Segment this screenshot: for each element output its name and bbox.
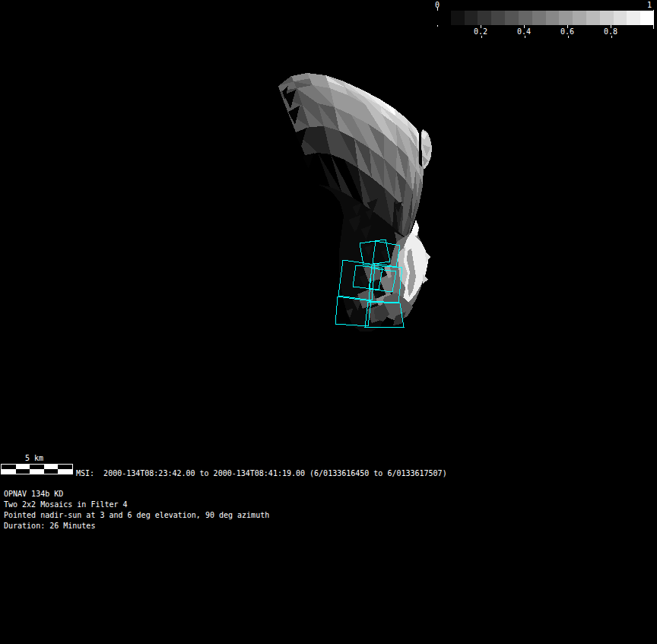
info-line-pointing: Pointed nadir-sun at 3 and 6 deg elevati… [4, 511, 269, 519]
scalebar-cell [2, 469, 16, 474]
colorbar-tick-label: 0.4 [517, 27, 531, 36]
scalebar-checkerboard [1, 464, 73, 474]
asteroid-shape-model [278, 73, 432, 332]
colorbar-cell [614, 11, 627, 25]
scalebar-cell [16, 469, 30, 474]
colorbar-cell [600, 11, 614, 25]
colorbar-cell [573, 11, 586, 25]
colorbar-cell [465, 11, 478, 25]
colorbar-tick-label: 0.2 [474, 27, 487, 36]
colorbar-cell [519, 11, 532, 25]
colorbar-max-label: 1 [647, 1, 652, 9]
colorbar-cell [451, 11, 465, 25]
colorbar-cell [491, 11, 505, 25]
info-line-duration: Duration: 26 Minutes [4, 522, 95, 530]
scalebar-cell [30, 469, 44, 474]
asteroid-render [0, 0, 657, 644]
facet [423, 274, 428, 284]
scalebar-label: 5 km [25, 454, 43, 462]
colorbar-cell [586, 11, 600, 25]
colorbar-subtick [568, 36, 569, 38]
colorbar-subtick [611, 36, 612, 38]
colorbar-cell [478, 11, 491, 25]
colorbar-subtick [481, 36, 482, 38]
colorbar-cell [546, 11, 560, 25]
colorbar-tick-label: 0.6 [560, 27, 574, 36]
colorbar-subtick [525, 36, 525, 38]
colorbar-tick-label: 0.8 [604, 27, 617, 36]
status-line: MSI: 2000-134T08:23:42.00 to 2000-134T08… [76, 469, 447, 478]
colorbar-cell [640, 11, 654, 25]
viewport: 0 1 0.20.40.60.8 5 km MSI: 2000-134T08:2… [0, 0, 657, 644]
scalebar-cell [58, 469, 72, 474]
colorbar-cell [627, 11, 640, 25]
colorbar-gradient [437, 11, 654, 25]
info-line-mosaics: Two 2x2 Mosaics in Filter 4 [4, 500, 128, 509]
colorbar-cell [437, 11, 451, 25]
colorbar-cell [532, 11, 546, 25]
colorbar-cell [505, 11, 519, 25]
scalebar-cell [44, 469, 59, 474]
info-line-opnav: OPNAV 134b KD [4, 490, 63, 498]
colorbar-cell [559, 11, 573, 25]
